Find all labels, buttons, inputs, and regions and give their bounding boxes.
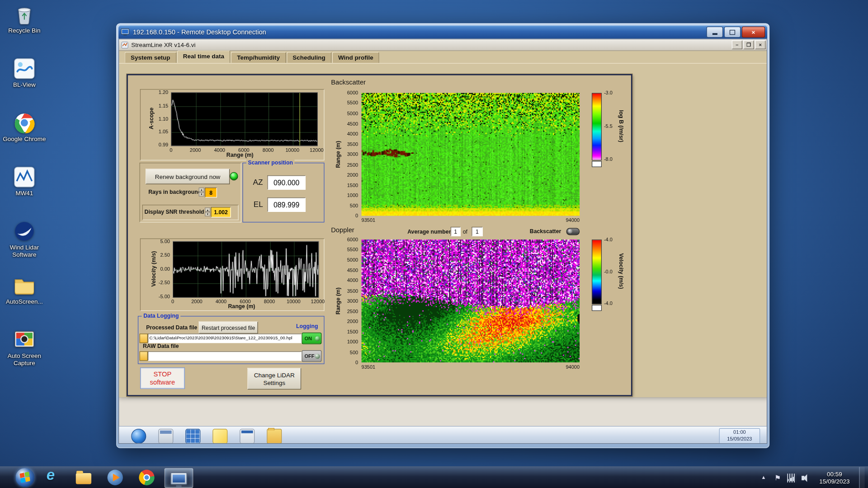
backscatter-toggle-label: Backscatter bbox=[530, 228, 561, 234]
doppler-y-axis-label: Range (m) bbox=[335, 287, 341, 314]
desktop-icon-bl-view[interactable]: BL-View bbox=[2, 57, 47, 101]
scanner-position-title: Scanner position bbox=[246, 160, 295, 165]
average-total-value[interactable]: 1 bbox=[472, 227, 482, 236]
processed-logging-toggle[interactable]: ON bbox=[302, 333, 321, 344]
velocity-y-ticks: 5.002.500.00-2.50-5.00 bbox=[153, 241, 172, 296]
renew-background-button[interactable]: Renew background now bbox=[146, 169, 230, 184]
backscatter-canvas bbox=[362, 93, 580, 216]
raw-logging-toggle[interactable]: OFF bbox=[302, 350, 321, 362]
velocity-x-axis-label: Range (m) bbox=[228, 303, 255, 309]
colorbar-tick-label: -0.0 bbox=[604, 268, 613, 274]
start-button[interactable] bbox=[15, 468, 34, 487]
y-tick-label: 2500 bbox=[347, 309, 359, 314]
taskbar-button-windows-media-player[interactable] bbox=[101, 468, 129, 487]
tab-scheduling[interactable]: Scheduling bbox=[287, 52, 332, 63]
app-minimize-button[interactable]: – bbox=[732, 40, 742, 49]
system-tray: 00:59 15/09/2023 bbox=[760, 467, 868, 488]
ascope-x-axis-label: Range (m) bbox=[226, 152, 254, 158]
hidden-icons-icon[interactable] bbox=[760, 474, 769, 483]
x-tick-label: 4000 bbox=[214, 147, 225, 153]
doppler-plot bbox=[362, 239, 580, 362]
desktop-icon-label: Google Chrome bbox=[3, 136, 46, 143]
backscatter-toggle[interactable] bbox=[566, 228, 580, 235]
snr-spinner[interactable]: ▲▼ bbox=[205, 207, 210, 216]
google-chrome-icon bbox=[139, 469, 154, 485]
rays-spinner[interactable]: ▲▼ bbox=[199, 188, 204, 197]
remote-taskbar-sticky-notes-icon[interactable] bbox=[212, 428, 227, 443]
ascope-canvas bbox=[171, 92, 317, 146]
taskbar-button-google-chrome[interactable] bbox=[133, 468, 160, 487]
app-window-icon bbox=[121, 41, 128, 48]
volume-icon[interactable] bbox=[801, 474, 810, 483]
y-tick-label: 2.50 bbox=[160, 252, 170, 258]
tab-wind-profile[interactable]: Wind profile bbox=[332, 52, 379, 63]
y-tick-label: 500 bbox=[350, 203, 358, 208]
minimize-button[interactable] bbox=[706, 27, 723, 38]
remote-clock-time: 01:00 bbox=[720, 429, 760, 436]
y-tick-label: 4500 bbox=[347, 267, 359, 273]
remote-taskbar-folder-icon[interactable] bbox=[267, 428, 282, 443]
wind-lidar-icon bbox=[13, 220, 35, 242]
desktop-icon-google-chrome[interactable]: Google Chrome bbox=[2, 112, 47, 155]
desktop-icon-autoscreen[interactable]: AutoScreen... bbox=[2, 274, 47, 318]
front-panel: A-scope 1.201.151.101.050.99 02000400060… bbox=[127, 74, 632, 396]
app-restore-button[interactable]: ❐ bbox=[743, 40, 754, 49]
y-tick-label: 1000 bbox=[347, 192, 359, 198]
x-tick-label: 10000 bbox=[285, 147, 299, 153]
taskbar-button-windows-explorer[interactable] bbox=[70, 468, 97, 487]
snr-value[interactable]: 1.002 bbox=[211, 207, 231, 217]
y-tick-label: 0.99 bbox=[159, 142, 168, 148]
y-tick-label: 5500 bbox=[347, 100, 359, 106]
rays-value[interactable]: 8 bbox=[205, 188, 217, 197]
raw-file-path[interactable] bbox=[148, 352, 302, 361]
change-lidar-settings-button[interactable]: Change LiDAR Settings bbox=[247, 368, 301, 389]
y-tick-label: 2500 bbox=[347, 162, 359, 167]
restart-processed-file-button[interactable]: Restart processed file bbox=[199, 321, 258, 333]
x-tick-label: 2000 bbox=[190, 147, 201, 153]
windows-flag-icon bbox=[19, 471, 30, 483]
rdp-title-bar[interactable]: 192.168.0.150 - Remote Desktop Connectio… bbox=[118, 25, 767, 38]
y-tick-label: 1500 bbox=[347, 182, 359, 188]
network-icon[interactable] bbox=[787, 474, 796, 483]
remote-taskbar-application-icon[interactable] bbox=[158, 428, 173, 443]
tab-real-time-data[interactable]: Real time data bbox=[177, 50, 230, 63]
desktop-icon-recycle-bin[interactable]: Recycle Bin bbox=[2, 3, 47, 47]
processed-file-browse-icon[interactable] bbox=[140, 333, 148, 343]
desktop-icon-wind-lidar[interactable]: Wind Lidar Software bbox=[2, 220, 47, 263]
remote-taskbar-streamline-xr-icon[interactable] bbox=[240, 428, 255, 443]
x-tick-label: 94000 bbox=[566, 364, 580, 370]
raw-toggle-state: OFF bbox=[304, 353, 314, 359]
raw-file-browse-icon[interactable] bbox=[140, 352, 148, 361]
taskbar-buttons bbox=[11, 468, 193, 488]
el-label: EL bbox=[254, 200, 263, 209]
maximize-button[interactable] bbox=[724, 27, 741, 38]
data-logging-title: Data Logging bbox=[142, 313, 180, 319]
close-button[interactable]: × bbox=[742, 27, 765, 38]
y-tick-label: 5500 bbox=[347, 247, 359, 253]
average-number-value[interactable]: 1 bbox=[451, 227, 461, 236]
taskbar-clock[interactable]: 00:59 15/09/2023 bbox=[815, 470, 854, 485]
desktop-icon-auto-screen-capture[interactable]: Auto Screen Capture bbox=[2, 328, 47, 372]
taskbar-button-internet-explorer[interactable] bbox=[38, 468, 66, 487]
show-desktop-button[interactable] bbox=[859, 467, 864, 488]
x-tick-label: 0 bbox=[170, 147, 172, 153]
processed-file-path[interactable]: C:\Lidar\Data\Proc\2023\202309\20230915\… bbox=[148, 333, 302, 343]
stop-software-button[interactable]: STOP software bbox=[140, 367, 185, 389]
y-tick-label: 5.00 bbox=[160, 239, 170, 244]
x-tick-label: 8000 bbox=[264, 299, 275, 304]
app-close-button[interactable]: × bbox=[755, 40, 765, 49]
tab-system-setup[interactable]: System setup bbox=[125, 52, 177, 63]
desktop-icon-mw41[interactable]: MW41 bbox=[2, 166, 47, 209]
autoscreen-icon bbox=[13, 274, 35, 296]
app-title-bar[interactable]: StreamLine XR v14-6.vi – ❐ × bbox=[119, 39, 767, 51]
tab-temp-humidity[interactable]: Temp/humidity bbox=[231, 52, 286, 63]
x-tick-label: 4000 bbox=[216, 299, 227, 304]
colorbar-tick-label: -3.0 bbox=[604, 90, 613, 96]
remote-taskbar-start-icon[interactable] bbox=[131, 428, 146, 443]
snr-subgroup: Display SNR threshold ▲▼ 1.002 bbox=[142, 205, 239, 220]
average-number-label: Average number bbox=[407, 229, 451, 235]
remote-taskbar-calculator-icon[interactable] bbox=[185, 428, 200, 443]
app-client: A-scope 1.201.151.101.050.99 02000400060… bbox=[119, 63, 767, 398]
taskbar-button-remote-desktop[interactable] bbox=[165, 468, 193, 488]
action-center-icon[interactable] bbox=[774, 474, 783, 483]
